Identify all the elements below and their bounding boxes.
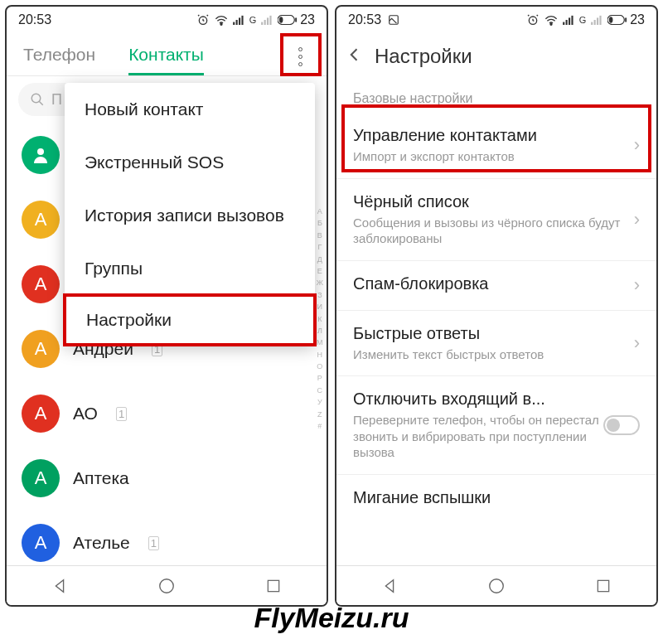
- nav-back[interactable]: [48, 574, 71, 598]
- setting-sub: Изменить текст быстрых ответов: [353, 346, 634, 363]
- alarm-icon: [196, 13, 210, 27]
- avatar: А: [22, 459, 60, 497]
- index-scroll[interactable]: АБВГДЕЖЗИКЛМНОРСУZ#: [317, 206, 323, 432]
- chevron-right-icon: ›: [634, 332, 640, 354]
- svg-point-15: [160, 579, 174, 593]
- svg-rect-9: [270, 16, 272, 25]
- svg-rect-6: [261, 22, 263, 25]
- context-menu: Новый контакт Экстренный SOS История зап…: [65, 83, 315, 345]
- toggle-flip-mute[interactable]: [603, 415, 640, 435]
- avatar: [22, 136, 60, 174]
- search-icon: [30, 92, 45, 107]
- sim-icon: 1: [148, 536, 159, 550]
- svg-rect-23: [571, 16, 573, 25]
- svg-rect-2: [233, 22, 235, 25]
- sim-icon: 1: [116, 407, 127, 421]
- phone-screen-settings: 20:53 G 23: [335, 5, 658, 607]
- battery-level: 23: [300, 12, 315, 27]
- avatar: А: [22, 265, 60, 303]
- svg-rect-26: [597, 17, 598, 25]
- setting-blacklist[interactable]: Чёрный список Сообщения и вызовы из чёрн…: [336, 179, 656, 261]
- title-bar: Настройки: [336, 33, 656, 80]
- svg-rect-7: [264, 20, 266, 25]
- signal2-icon: [591, 15, 603, 25]
- status-time: 20:53: [18, 12, 51, 27]
- setting-title: Чёрный список: [353, 192, 634, 211]
- setting-flip-mute[interactable]: Отключить входящий в... Переверните теле…: [336, 376, 656, 475]
- svg-rect-24: [591, 22, 593, 25]
- nav-back[interactable]: [378, 574, 401, 598]
- setting-title: Спам-блокировка: [353, 274, 634, 293]
- svg-rect-20: [563, 22, 564, 25]
- watermark: FlyMeizu.ru: [254, 602, 409, 634]
- menu-call-history[interactable]: История записи вызовов: [65, 189, 315, 242]
- battery-icon: 23: [278, 12, 315, 27]
- svg-point-1: [220, 23, 222, 25]
- svg-rect-8: [267, 17, 269, 25]
- svg-rect-5: [241, 16, 243, 25]
- avatar: А: [22, 330, 60, 368]
- battery-level: 23: [630, 12, 645, 27]
- contact-name: Ателье: [73, 533, 130, 553]
- svg-rect-32: [598, 580, 608, 591]
- wifi-icon: [544, 14, 558, 26]
- menu-new-contact[interactable]: Новый контакт: [65, 83, 315, 136]
- setting-quick-replies[interactable]: Быстрые ответы Изменить текст быстрых от…: [336, 311, 656, 377]
- avatar: A: [22, 201, 60, 239]
- nav-bar: [336, 565, 656, 605]
- nav-bar: [7, 565, 327, 605]
- svg-rect-22: [569, 17, 570, 25]
- signal-type: G: [249, 15, 257, 25]
- nav-home[interactable]: [155, 574, 178, 598]
- setting-spam-block[interactable]: Спам-блокировка ›: [336, 261, 656, 311]
- svg-rect-27: [600, 16, 602, 25]
- battery-icon: 23: [607, 12, 645, 27]
- nav-recent[interactable]: [262, 574, 285, 598]
- list-item[interactable]: А Аптека: [7, 446, 327, 511]
- alarm-icon: [526, 13, 540, 27]
- svg-rect-11: [279, 17, 283, 22]
- avatar: А: [22, 395, 60, 433]
- menu-settings[interactable]: Настройки: [63, 293, 317, 346]
- highlight-manage: [341, 104, 651, 172]
- svg-rect-3: [235, 20, 237, 25]
- tabs: Телефон Контакты: [7, 33, 327, 76]
- chevron-right-icon: ›: [634, 274, 640, 296]
- svg-point-19: [550, 23, 552, 25]
- status-time: 20:53: [348, 12, 381, 27]
- signal-icon: [563, 15, 574, 25]
- menu-emergency-sos[interactable]: Экстренный SOS: [65, 136, 315, 189]
- status-bar: 20:53 G 23: [7, 7, 327, 33]
- nav-home[interactable]: [485, 574, 508, 598]
- contact-name: Аптека: [73, 468, 129, 488]
- back-icon[interactable]: [346, 45, 363, 68]
- svg-point-13: [31, 94, 41, 103]
- svg-rect-29: [609, 17, 613, 22]
- svg-rect-12: [295, 17, 297, 22]
- svg-point-14: [37, 148, 44, 155]
- setting-sub: Переверните телефон, чтобы он перестал з…: [353, 412, 603, 461]
- avatar: А: [22, 524, 60, 562]
- nav-recent[interactable]: [592, 574, 615, 598]
- highlight-more: [280, 33, 322, 76]
- svg-rect-21: [565, 20, 567, 25]
- phone-screen-contacts: 20:53 G 23: [5, 5, 328, 607]
- setting-title: Быстрые ответы: [353, 324, 634, 343]
- svg-point-31: [490, 579, 504, 593]
- setting-flash-blink[interactable]: Мигание вспышки: [336, 475, 656, 524]
- tab-phone[interactable]: Телефон: [7, 33, 112, 75]
- svg-rect-4: [239, 17, 240, 25]
- status-bar: 20:53 G 23: [336, 7, 656, 33]
- settings-list: Базовые настройки Управление контактами …: [336, 80, 656, 524]
- wifi-icon: [215, 14, 228, 26]
- svg-rect-16: [268, 580, 278, 591]
- page-title: Настройки: [375, 45, 472, 68]
- svg-rect-25: [594, 20, 596, 25]
- setting-title: Мигание вспышки: [353, 488, 640, 507]
- menu-groups[interactable]: Группы: [65, 242, 315, 295]
- setting-sub: Сообщения и вызовы из чёрного списка буд…: [353, 215, 634, 247]
- tab-contacts[interactable]: Контакты: [112, 33, 220, 75]
- list-item[interactable]: А АО 1: [7, 381, 327, 446]
- signal-type: G: [579, 15, 587, 25]
- chevron-right-icon: ›: [634, 209, 640, 230]
